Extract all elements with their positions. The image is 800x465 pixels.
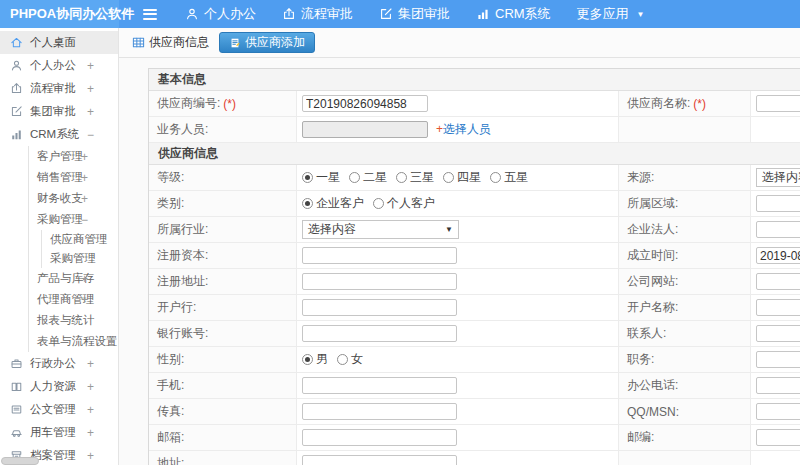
section-header-basic-info: 基本信息	[149, 69, 800, 91]
sidebar-item-personal-office[interactable]: 个人办公 +	[0, 54, 118, 77]
sidebar-item-vehicle-mgmt[interactable]: 用车管理 +	[0, 421, 118, 444]
zip-label: 邮编:	[619, 425, 751, 450]
sidebar-item-document-mgmt[interactable]: 公文管理 +	[0, 398, 118, 421]
tab-supplier-info[interactable]: 供应商信息	[132, 34, 209, 51]
menu-crm[interactable]: CRM系统	[463, 0, 564, 28]
chevron-down-icon: ▼	[637, 10, 645, 19]
radio-option-level-1[interactable]: 一星	[302, 169, 340, 186]
sidebar-item-sales-mgmt[interactable]: 销售管理 +	[29, 167, 118, 188]
radio-option-level-2[interactable]: 二星	[349, 169, 387, 186]
radio-option-female[interactable]: 女	[337, 351, 363, 368]
sidebar-item-agent-mgmt[interactable]: 代理商管理 +	[29, 289, 118, 310]
website-input[interactable]	[756, 273, 800, 290]
bank-input[interactable]	[302, 299, 457, 316]
form-row-category: 类别: 企业客户 个人客户 所属区域:	[149, 191, 800, 217]
sidebar-item-crm[interactable]: CRM系统 −	[0, 123, 118, 146]
mobile-input[interactable]	[302, 377, 457, 394]
sidebar-item-reports[interactable]: 报表与统计	[29, 310, 118, 331]
radio-option-individual[interactable]: 个人客户	[373, 195, 435, 212]
radio-icon	[443, 172, 454, 183]
industry-select[interactable]: 选择内容▼	[302, 220, 459, 239]
registered-address-input[interactable]	[302, 273, 457, 290]
sidebar-item-finance[interactable]: 财务收支 +	[29, 188, 118, 209]
radio-option-level-5[interactable]: 五星	[490, 169, 528, 186]
fax-label: 传真:	[149, 399, 297, 424]
edit-icon	[379, 7, 393, 21]
email-label: 邮箱:	[149, 425, 297, 450]
sidebar-item-form-workflow-settings[interactable]: 表单与流程设置 +	[29, 331, 118, 352]
sidebar-item-group-approval[interactable]: 集团审批 +	[0, 100, 118, 123]
menu-workflow-approval[interactable]: 流程审批	[269, 0, 366, 28]
sidebar-item-personal-desktop[interactable]: 个人桌面	[0, 31, 118, 54]
address-input[interactable]	[302, 455, 457, 465]
legal-person-input[interactable]	[756, 221, 800, 238]
form-row-email: 邮箱: 邮编:	[149, 425, 800, 451]
position-input[interactable]	[756, 351, 800, 368]
registered-capital-input[interactable]	[302, 247, 457, 264]
supplier-name-input[interactable]	[756, 95, 800, 112]
region-label: 所属区域:	[619, 191, 751, 216]
source-select[interactable]: 选择内容▼	[756, 168, 800, 187]
sidebar-item-customer-mgmt[interactable]: 客户管理 +	[29, 146, 118, 167]
founded-date-input[interactable]	[756, 247, 800, 264]
chevron-down-icon: ▼	[445, 225, 453, 234]
level-radio-group: 一星 二星 三星 四星 五星	[297, 165, 619, 190]
contact-input[interactable]	[756, 325, 800, 342]
empty-field-cell	[751, 117, 800, 142]
hamburger-menu-icon[interactable]	[143, 6, 158, 22]
region-input[interactable]	[756, 195, 800, 212]
form-row-address: 地址:	[149, 451, 800, 465]
sidebar-item-supplier-mgmt[interactable]: 供应商管理	[42, 230, 118, 249]
radio-option-level-3[interactable]: 三星	[396, 169, 434, 186]
radio-option-enterprise[interactable]: 企业客户	[302, 195, 364, 212]
sidebar-item-workflow-approval[interactable]: 流程审批 +	[0, 77, 118, 100]
sidebar-item-admin-office[interactable]: 行政办公 +	[0, 352, 118, 375]
user-icon	[185, 7, 199, 21]
radio-option-male[interactable]: 男	[302, 351, 328, 368]
gender-label: 性别:	[149, 347, 297, 372]
radio-icon	[337, 354, 348, 365]
horizontal-scrollbar-thumb[interactable]	[1, 457, 39, 465]
form-row-mobile: 手机: 办公电话:	[149, 373, 800, 399]
radio-icon	[396, 172, 407, 183]
bank-account-input[interactable]	[302, 325, 457, 342]
fax-input[interactable]	[302, 403, 457, 420]
contact-label: 联系人:	[619, 321, 751, 346]
level-label: 等级:	[149, 165, 297, 190]
menu-more-apps[interactable]: 更多应用 ▼	[564, 0, 658, 28]
tab-bar: 供应商信息 供应商添加	[119, 28, 800, 58]
sidebar-item-hr[interactable]: 人力资源 +	[0, 375, 118, 398]
mobile-label: 手机:	[149, 373, 297, 398]
zip-input[interactable]	[756, 429, 800, 446]
menu-group-approval[interactable]: 集团审批	[366, 0, 463, 28]
form-row-reg-address: 注册地址: 公司网站:	[149, 269, 800, 295]
sidebar-item-purchase-mgmt[interactable]: 采购管理	[42, 249, 118, 268]
empty-label-cell	[619, 117, 751, 142]
select-staff-link[interactable]: +选择人员	[436, 121, 491, 138]
menu-personal-office[interactable]: 个人办公	[172, 0, 269, 28]
book-icon	[10, 380, 23, 393]
office-phone-input[interactable]	[756, 377, 800, 394]
form-row-gender: 性别: 男 女 职务:	[149, 347, 800, 373]
upload-icon	[10, 82, 23, 95]
form-row-bank-account: 银行账号: 联系人:	[149, 321, 800, 347]
email-input[interactable]	[302, 429, 457, 446]
empty-label-cell	[619, 451, 751, 465]
radio-option-level-4[interactable]: 四星	[443, 169, 481, 186]
car-icon	[10, 426, 23, 439]
supplier-code-input[interactable]	[302, 95, 428, 112]
sidebar-item-product-inventory[interactable]: 产品与库存 +	[29, 268, 118, 289]
account-name-input[interactable]	[756, 299, 800, 316]
bank-account-label: 银行账号:	[149, 321, 297, 346]
address-label: 地址:	[149, 451, 297, 465]
form-row-supplier-code: 供应商编号:(*) 供应商名称:(*)	[149, 91, 800, 117]
radio-icon	[349, 172, 360, 183]
qq-input[interactable]	[756, 403, 800, 420]
founded-date-label: 成立时间:	[619, 243, 751, 268]
tab-supplier-add[interactable]: 供应商添加	[219, 32, 315, 53]
form-row-bank: 开户行: 开户名称:	[149, 295, 800, 321]
registered-address-label: 注册地址:	[149, 269, 297, 294]
form-row-fax: 传真: QQ/MSN:	[149, 399, 800, 425]
sidebar-item-procurement-mgmt[interactable]: 采购管理 −	[29, 209, 118, 230]
staff-input[interactable]	[302, 121, 428, 138]
